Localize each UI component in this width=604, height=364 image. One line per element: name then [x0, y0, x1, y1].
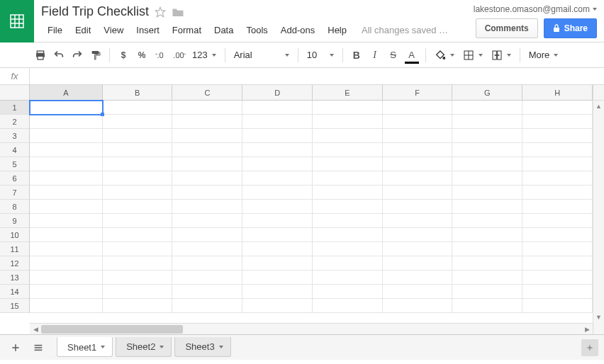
cell-F4[interactable] [383, 143, 453, 157]
cell-H1[interactable] [522, 101, 593, 115]
cell-G2[interactable] [452, 115, 522, 129]
cell-C12[interactable] [172, 256, 242, 271]
cell-D14[interactable] [242, 285, 313, 299]
sheet-tab-sheet3[interactable]: Sheet3 [174, 337, 230, 357]
cell-H2[interactable] [522, 115, 593, 129]
cell-C3[interactable] [172, 129, 242, 143]
cell-D6[interactable] [242, 171, 313, 186]
cell-H4[interactable] [522, 143, 593, 157]
hscroll-thumb[interactable] [41, 325, 183, 334]
select-all-corner[interactable] [0, 85, 30, 101]
cell-H3[interactable] [522, 129, 593, 143]
cell-G9[interactable] [452, 214, 522, 228]
scroll-left-button[interactable]: ◀ [30, 324, 41, 334]
menu-help[interactable]: Help [321, 22, 353, 38]
cell-D11[interactable] [242, 242, 313, 256]
cell-E8[interactable] [313, 200, 383, 214]
cell-B7[interactable] [103, 186, 173, 200]
cell-G12[interactable] [452, 256, 522, 271]
cell-C6[interactable] [172, 171, 242, 186]
row-header-7[interactable]: 7 [0, 186, 30, 200]
cell-B5[interactable] [103, 157, 173, 171]
cell-H10[interactable] [522, 228, 593, 242]
cell-D10[interactable] [242, 228, 313, 242]
cell-B1[interactable] [103, 101, 173, 115]
print-button[interactable] [31, 46, 50, 64]
col-header-G[interactable]: G [452, 85, 522, 101]
cell-F2[interactable] [383, 115, 453, 129]
share-button[interactable]: Share [544, 18, 597, 38]
cell-E5[interactable] [313, 157, 383, 171]
row-header-15[interactable]: 15 [0, 299, 30, 313]
cell-G11[interactable] [452, 242, 522, 256]
cell-C5[interactable] [172, 157, 242, 171]
cell-C4[interactable] [172, 143, 242, 157]
cell-H5[interactable] [522, 157, 593, 171]
cell-D8[interactable] [242, 200, 313, 214]
folder-icon[interactable] [172, 6, 184, 18]
cell-B3[interactable] [103, 129, 173, 143]
cell-F14[interactable] [383, 285, 453, 299]
fill-color-button[interactable] [430, 46, 459, 64]
cell-F8[interactable] [383, 200, 453, 214]
font-family-dropdown[interactable]: Arial [230, 46, 293, 64]
cell-H15[interactable] [522, 299, 593, 313]
cell-C15[interactable] [172, 299, 242, 313]
row-header-3[interactable]: 3 [0, 129, 30, 143]
col-header-B[interactable]: B [103, 85, 173, 101]
cell-H8[interactable] [522, 200, 593, 214]
cell-E3[interactable] [313, 129, 383, 143]
more-toolbar-button[interactable]: More [525, 46, 563, 64]
cell-D7[interactable] [242, 186, 313, 200]
cell-F9[interactable] [383, 214, 453, 228]
cell-E6[interactable] [313, 171, 383, 186]
cell-A11[interactable] [30, 242, 103, 256]
col-header-F[interactable]: F [383, 85, 453, 101]
cell-F12[interactable] [383, 256, 453, 271]
save-status[interactable]: All changes saved … [362, 25, 448, 35]
cell-F10[interactable] [383, 228, 453, 242]
explore-button[interactable] [581, 339, 598, 356]
menu-file[interactable]: File [41, 22, 69, 38]
cell-E4[interactable] [313, 143, 383, 157]
cells[interactable] [30, 101, 593, 319]
cell-G6[interactable] [452, 171, 522, 186]
sheet-tab-sheet2[interactable]: Sheet2 [116, 337, 172, 357]
cell-D4[interactable] [242, 143, 313, 157]
menu-view[interactable]: View [97, 22, 130, 38]
cell-A15[interactable] [30, 299, 103, 313]
add-sheet-button[interactable] [6, 338, 26, 358]
cell-B2[interactable] [103, 115, 173, 129]
cell-D12[interactable] [242, 256, 313, 271]
cell-A4[interactable] [30, 143, 103, 157]
cell-A10[interactable] [30, 228, 103, 242]
cell-D1[interactable] [242, 101, 313, 115]
cell-B6[interactable] [103, 171, 173, 186]
cell-C13[interactable] [172, 271, 242, 285]
font-size-dropdown[interactable]: 10 [303, 46, 338, 64]
cell-E10[interactable] [313, 228, 383, 242]
menu-insert[interactable]: Insert [130, 22, 166, 38]
cell-F6[interactable] [383, 171, 453, 186]
cell-C14[interactable] [172, 285, 242, 299]
italic-button[interactable]: I [366, 46, 384, 64]
cell-D15[interactable] [242, 299, 313, 313]
cell-E9[interactable] [313, 214, 383, 228]
cell-H12[interactable] [522, 256, 593, 271]
cell-E11[interactable] [313, 242, 383, 256]
cell-C1[interactable] [172, 101, 242, 115]
menu-edit[interactable]: Edit [69, 22, 97, 38]
cell-A5[interactable] [30, 157, 103, 171]
cell-B8[interactable] [103, 200, 173, 214]
row-header-4[interactable]: 4 [0, 143, 30, 157]
cell-E1[interactable] [313, 101, 383, 115]
col-header-C[interactable]: C [172, 85, 242, 101]
scroll-down-button[interactable]: ▼ [593, 312, 604, 323]
cell-G15[interactable] [452, 299, 522, 313]
cell-E12[interactable] [313, 256, 383, 271]
cell-A9[interactable] [30, 214, 103, 228]
cell-C8[interactable] [172, 200, 242, 214]
cell-F1[interactable] [383, 101, 453, 115]
cell-A8[interactable] [30, 200, 103, 214]
hscroll-track[interactable] [41, 324, 581, 334]
